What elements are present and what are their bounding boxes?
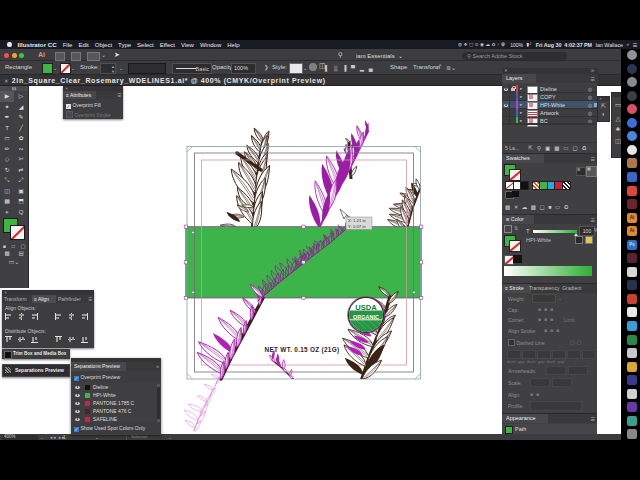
svg-text:USDA: USDA xyxy=(355,303,377,312)
svg-text:ORGANIC: ORGANIC xyxy=(353,314,379,320)
svg-text:Y: 0.07 in: Y: 0.07 in xyxy=(348,224,366,229)
svg-text:X: 1.21 in: X: 1.21 in xyxy=(348,218,366,223)
svg-text:NET WT. 0.15 OZ (21G): NET WT. 0.15 OZ (21G) xyxy=(265,346,340,354)
